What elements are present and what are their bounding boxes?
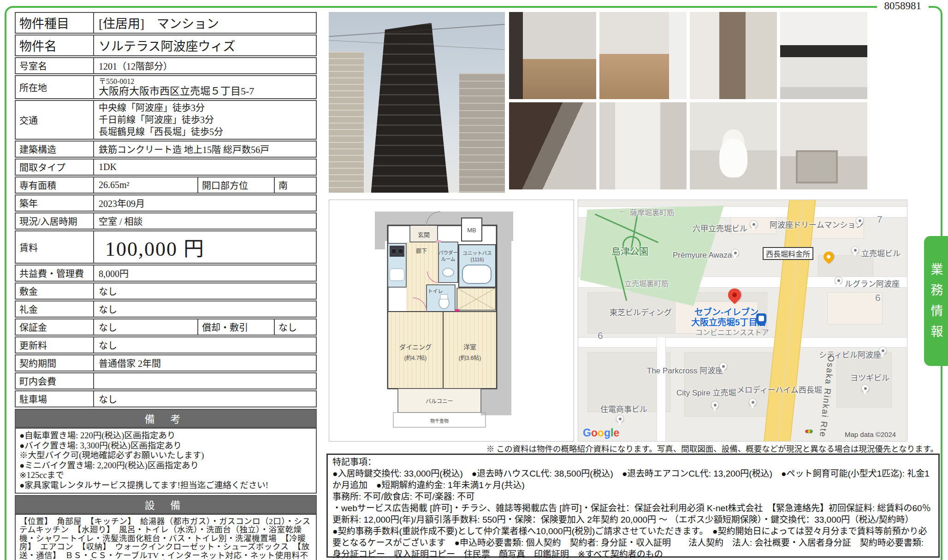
room-label-powder-2: ルーム [441, 256, 455, 262]
floor-plan-drawing: 玄関 MB 廊下 パウダー ルーム ユニットバス (1116) トイレ ダイニン… [329, 200, 574, 442]
table-row-area: 専有面積 26.65m² 開口部方位 南 [15, 177, 317, 194]
field-label: 現況/入居時期 [16, 213, 94, 229]
table-row-built-year: 築年 2023年09月 [15, 195, 317, 212]
rent-amount: 100,000 円 [94, 231, 316, 263]
field-label: 所在地 [16, 76, 94, 98]
document-number: 8058981 [877, 0, 929, 12]
map-pin-icon [750, 220, 758, 228]
field-value: 普通借家 2年間 [94, 355, 316, 371]
map-label-seven-eleven-3: コンビニエンスストア [695, 326, 769, 337]
table-row-property-type: 物件種目 [住居用] マンション [15, 12, 317, 34]
building-left-silhouette [329, 52, 364, 193]
field-value: 中央線「阿波座」徒歩3分 千日前線「阿波座」徒歩3分 長堀鶴見線「西長堀」徒歩5… [94, 101, 316, 139]
field-label: 建築構造 [16, 141, 94, 157]
special-notes-box: 特記事項： ●入居時鍵交換代: 33,000円(税込) ●退去時ハウスCL代: … [326, 454, 940, 558]
map-label-legrand: ルグラン阿波座 [845, 277, 900, 289]
photo-washroom [599, 102, 687, 189]
remarks-header: 備 考 [15, 409, 317, 428]
table-row-room-number: 号室名 1201（12階部分） [15, 57, 317, 74]
interior-photo-grid [509, 12, 871, 193]
map-pin-icon [856, 217, 864, 224]
traffic-light-icon [805, 430, 813, 433]
field-value: 26.65m² [94, 177, 198, 193]
field-value [94, 373, 316, 389]
map-pin-icon [851, 246, 859, 254]
photo-interior-room-1 [509, 12, 596, 99]
room-label-entrance: 玄関 [418, 231, 430, 238]
room-label-bath-1: ユニットバス [463, 250, 492, 256]
store-pin-icon [756, 313, 766, 325]
table-row-address: 所在地 〒550-0012 大阪府大阪市西区立売堀５丁目5-7 [15, 75, 317, 99]
room-label-mb: MB [467, 227, 476, 234]
table-row-neighborhood-fee: 町内会費 [15, 372, 317, 389]
google-letter: o [598, 427, 604, 439]
map-label-tachiuri-bldg: 立売堀ビル [861, 247, 901, 259]
map-label-rokko-bldg: 六甲立売堀ビル [693, 222, 747, 234]
special-notes-title: 特記事項： [332, 456, 934, 468]
special-notes-line: ●契約事務手数料(重説作成不要)として仲介業者様へ10,000円(税別)ご請求さ… [332, 525, 934, 560]
map-pin-icon [616, 415, 624, 423]
remark-line: ※大型バイク可(現地確認必ずお願いいたします) [19, 451, 312, 461]
google-letter: e [613, 427, 619, 439]
map-label-yotsugi: ヨツギビル [850, 371, 889, 383]
field-value: 8,000円 [94, 265, 316, 281]
transport-line: 長堀鶴見線「西長堀」徒歩5分 [99, 126, 223, 138]
special-notes-line: ・webサービス広告掲載 [許可]・チラシ、雑誌等掲載広告 [許可]・保証会社：… [332, 502, 934, 525]
disclaimer-text: ※ この資料は物件の概略紹介資料になります。写真、間取図面、設備、概要などが現況… [325, 442, 938, 454]
room-label-western-size: (約3.6帖) [459, 354, 481, 361]
remark-line: ●バイク置き場: 3,300円(税込)区画指定あり [19, 441, 312, 451]
map-label-dream-mansion: 阿波座ドリームマンション [770, 218, 864, 230]
floor-plan: 玄関 MB 廊下 パウダー ルーム ユニットバス (1116) トイレ ダイニン… [329, 200, 574, 442]
field-value: [住居用] マンション [94, 13, 316, 33]
field-label: 号室名 [16, 58, 94, 73]
field-sub-label: 償却・敷引 [198, 319, 275, 335]
photo-interior-room-2 [599, 12, 687, 99]
remark-line: ●家具家電レンタルサービス提携してます!担当迄ご連絡ください! [19, 481, 312, 491]
map-label-juden: 住電商事ビル [600, 403, 647, 414]
special-notes-line: 事務所: 不可/飲食店: 不可/楽器: 不可 [332, 491, 934, 502]
field-label: 専有面積 [16, 177, 94, 193]
field-label: 敷金 [16, 283, 94, 299]
building-right-silhouette [459, 73, 505, 193]
map-label-block-7: 7 [877, 214, 883, 225]
map-label-cityspire: City Spire 立売堀 [676, 386, 736, 398]
table-row-management-fee: 共益費・管理費 8,000円 [15, 265, 317, 282]
field-sub-label: 開口部方位 [198, 177, 275, 193]
field-label: 物件種目 [16, 13, 94, 33]
field-value: 空室 / 相談 [94, 213, 316, 229]
map-block [827, 292, 883, 324]
remark-line: ●自転車置き場: 220円(税込)区画指定あり [19, 431, 312, 441]
photo-kitchen [780, 12, 867, 99]
field-value: 〒550-0012 大阪府大阪市西区立売堀５丁目5-7 [94, 76, 316, 98]
google-letter: o [591, 427, 598, 439]
street-label: 立売堀裏町筋 [624, 277, 669, 289]
table-row-deposit: 敷金 なし [15, 283, 317, 300]
table-row-guarantee-money: 保証金 なし 償却・敷引 なし [15, 318, 317, 336]
field-label: 賃料 [16, 231, 94, 263]
table-row-contract-period: 契約期間 普通借家 2年間 [15, 354, 317, 371]
table-row-property-name: 物件名 ソルテラス阿波座ウィズ [15, 35, 317, 56]
table-row-renewal-fee: 更新料 なし [15, 336, 317, 354]
room-label-dining: ダイニング [399, 343, 432, 351]
field-sub-value: 南 [275, 177, 316, 193]
equipment-header: 設 備 [15, 495, 317, 514]
field-label: 間取タイプ [16, 159, 94, 175]
map-label-seven-eleven-2: 大阪立売堀5丁目店 [691, 315, 766, 328]
room-label-hallway: 廊下 [416, 248, 427, 254]
field-label: 保証金 [16, 319, 94, 335]
map-label-park: 島津公園 [611, 244, 648, 258]
room-label-balcony: バルコニー [426, 398, 453, 405]
google-letter: G [583, 427, 591, 439]
field-label: 契約期間 [16, 355, 94, 371]
table-row-structure: 建築構造 鉄筋コンクリート造 地上15階 総戸数56戸 [15, 141, 317, 158]
field-value: なし [94, 301, 316, 317]
map-label-parkcross: The Parkcross 阿波座 [647, 364, 723, 376]
label-laundry-hardware: 物干金物 [430, 418, 449, 424]
building-exterior-photo [329, 12, 505, 193]
location-map: ← 薩摩堀裏町筋 六甲立売堀ビル 阿波座ドリームマンション 7 島津公園 Pré… [578, 200, 907, 442]
remarks-body: ●自転車置き場: 220円(税込)区画指定あり ●バイク置き場: 3,300円(… [15, 428, 317, 494]
field-value: 1DK [94, 159, 316, 175]
street-label: 薩摩堀裏町筋 [630, 206, 674, 218]
map-copyright: Map data ©2024 [845, 430, 896, 438]
business-info-tab[interactable]: 業務情報 [924, 236, 948, 366]
